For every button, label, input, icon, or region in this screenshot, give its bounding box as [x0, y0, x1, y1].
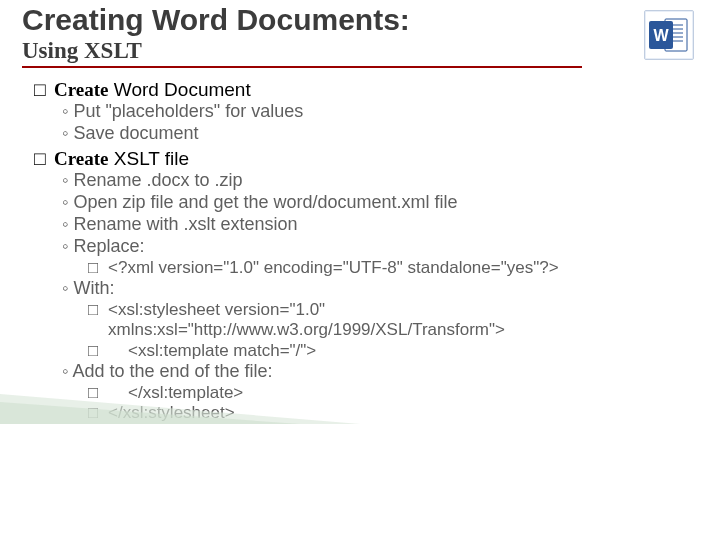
heading-strong: Create	[54, 148, 109, 169]
code-line: xmlns:xsl="http://www.w3.org/1999/XSL/Tr…	[88, 320, 698, 340]
section-heading: Create Word Document	[34, 78, 698, 101]
heading-rest: Word Document	[109, 79, 251, 100]
code-line: <?xml version="1.0" encoding="UTF-8" sta…	[88, 258, 698, 278]
heading-rest: XSLT file	[109, 148, 190, 169]
sub-bullet: Save document	[62, 123, 698, 145]
svg-text:W: W	[653, 27, 669, 44]
section-heading: Create XSLT file	[34, 147, 698, 170]
sub-bullet: Add to the end of the file:	[62, 361, 698, 383]
slide-title: Creating Word Documents:	[22, 4, 698, 36]
word-icon: W	[644, 10, 692, 58]
code-line: </xsl:template>	[88, 383, 698, 403]
slide-subtitle: Using XSLT	[22, 38, 582, 68]
code-line: <xsl:stylesheet version="1.0"	[88, 300, 698, 320]
sub-bullet: Rename .docx to .zip	[62, 170, 698, 192]
slide-body: Create Word Document Put "placeholders" …	[34, 78, 698, 424]
sub-bullet: Replace:	[62, 236, 698, 258]
sub-bullet: Rename with .xslt extension	[62, 214, 698, 236]
sub-bullet: Open zip file and get the word/document.…	[62, 192, 698, 214]
sub-bullet: Put "placeholders" for values	[62, 101, 698, 123]
heading-strong: Create	[54, 79, 109, 100]
code-line: </xsl:stylesheet>	[88, 403, 698, 423]
slide: W Creating Word Documents: Using XSLT Cr…	[0, 0, 720, 424]
sub-bullet: With:	[62, 278, 698, 300]
code-line: <xsl:template match="/">	[88, 341, 698, 361]
